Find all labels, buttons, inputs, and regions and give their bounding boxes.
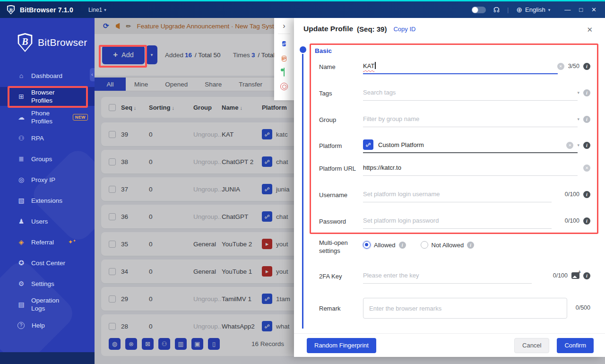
field-row-platform: Platform Custom Platform ✕ ▾ i xyxy=(319,137,590,157)
clear-icon[interactable]: ✕ xyxy=(557,63,564,70)
expand-panel-chevron-icon[interactable]: › xyxy=(283,22,285,30)
app-shell: B BitBrowser ‹ ⌂ Dashboard ⊞ Browser Pro… xyxy=(0,18,605,364)
sidebar-brand: B BitBrowser xyxy=(0,18,95,52)
2fa-input[interactable]: Please enter the key xyxy=(363,268,532,284)
window-controls: — □ ✕ xyxy=(564,6,596,13)
sidebar-item-dashboard[interactable]: ⌂ Dashboard xyxy=(0,66,95,85)
window-sync-icon[interactable]: ⇄ xyxy=(282,39,286,47)
sidebar-item-settings[interactable]: ⚙ Settings xyxy=(0,274,95,293)
clear-icon[interactable]: ✕ xyxy=(583,165,590,172)
sidebar-item-referral[interactable]: ◈ Referral ✦✦ xyxy=(0,233,95,251)
sidebar-item-label: Settings xyxy=(31,280,54,288)
window-accent-line xyxy=(0,0,605,1)
platform-value: Custom Platform xyxy=(378,141,424,148)
2fa-placeholder: Please enter the key xyxy=(363,272,419,279)
titlebar-left: B BitBrowser 7.1.0 Line1 ▾ xyxy=(0,5,106,15)
cancel-button[interactable]: Cancel xyxy=(514,338,549,353)
app-window: B BitBrowser 7.1.0 Line1 ▾ ☊ | ⊕ English… xyxy=(0,0,605,364)
sidebar: B BitBrowser ‹ ⌂ Dashboard ⊞ Browser Pro… xyxy=(0,18,95,364)
minimize-button[interactable]: — xyxy=(564,6,570,13)
sidebar-item-groups[interactable]: ≣ Groups xyxy=(0,149,95,168)
close-button[interactable]: ✕ xyxy=(591,6,596,13)
tags-placeholder: Search tags xyxy=(363,89,396,96)
field-row-platform-url: Platform URL https://katcr.to ✕ xyxy=(319,160,590,180)
new-badge: NEW xyxy=(73,114,88,121)
field-row-name: Name KAT ✕ 3/50 i xyxy=(319,58,590,78)
language-label: English xyxy=(525,6,545,13)
2fa-label: 2FA Key xyxy=(319,272,362,280)
sidebar-item-label: Phone Profiles xyxy=(31,109,67,125)
info-icon: i xyxy=(399,242,406,249)
caret-down-icon[interactable]: ▾ xyxy=(577,143,579,147)
password-label: Password xyxy=(319,217,362,225)
name-input[interactable]: KAT xyxy=(363,58,558,74)
theme-toggle[interactable] xyxy=(472,7,486,13)
remark-placeholder: Enter the browser remarks xyxy=(369,305,441,312)
tags-select[interactable]: Search tags xyxy=(363,85,578,101)
sidebar-item-label: Referral xyxy=(31,238,54,246)
line-label: Line1 xyxy=(88,7,102,13)
random-fingerprint-button[interactable]: Random Fingerprint xyxy=(307,338,376,353)
sidebar-item-proxy-ip[interactable]: ◎ Proxy IP xyxy=(0,170,95,189)
password-counter: 0/100 xyxy=(565,217,579,224)
scan-image-icon[interactable] xyxy=(571,272,579,279)
username-input[interactable]: Set platform login username xyxy=(363,186,552,202)
referral-icon: ◈ xyxy=(17,238,26,246)
sidebar-item-label: RPA xyxy=(31,134,44,142)
fingerprint-icon[interactable] xyxy=(280,83,288,90)
platform-select[interactable]: Custom Platform xyxy=(363,137,578,153)
allowed-label: Allowed xyxy=(374,242,396,249)
2fa-counter: 0/100 xyxy=(553,272,568,279)
info-icon: i xyxy=(467,242,474,249)
drawer-footer: Random Fingerprint Cancel Confirm xyxy=(294,333,605,357)
name-label: Name xyxy=(319,63,362,71)
platform-url-input[interactable]: https://katcr.to xyxy=(363,160,578,176)
language-selector[interactable]: ⊕ English ▾ xyxy=(516,6,550,14)
brand-name: BitBrowser xyxy=(38,37,87,48)
sidebar-item-browser-profiles[interactable]: ⊞ Browser Profiles xyxy=(0,87,95,106)
remark-textarea[interactable]: Enter the browser remarks xyxy=(363,298,567,319)
platform-label: Platform xyxy=(319,142,362,150)
radio-selected-icon xyxy=(363,241,371,249)
platform-url-value: https://katcr.to xyxy=(363,164,401,171)
password-input[interactable]: Set platform login password xyxy=(363,213,552,229)
titlebar-divider: | xyxy=(507,6,509,13)
radio-allowed[interactable]: Allowed i xyxy=(363,241,406,249)
password-placeholder: Set platform login password xyxy=(363,217,439,224)
info-icon: i xyxy=(583,217,590,225)
caret-down-icon[interactable]: ▾ xyxy=(577,90,579,95)
info-icon: i xyxy=(583,63,590,70)
field-row-tags: Tags Search tags ▾ i xyxy=(319,85,590,104)
radio-unselected-icon xyxy=(421,241,428,249)
sidebar-item-phone-profiles[interactable]: ☁ Phone Profiles NEW xyxy=(0,108,95,127)
group-select[interactable]: Filter by group name xyxy=(363,111,578,127)
sidebar-item-cost-center[interactable]: ✪ Cost Center xyxy=(0,253,95,272)
clear-icon[interactable]: ✕ xyxy=(566,142,573,149)
support-headset-icon[interactable]: ☊ xyxy=(493,6,500,14)
maximize-button[interactable]: □ xyxy=(579,6,583,13)
caret-down-icon: ▾ xyxy=(104,8,106,12)
field-row-remark: Remark Enter the browser remarks 0/500 xyxy=(319,298,590,321)
drawer-close-icon[interactable]: ✕ xyxy=(587,26,593,34)
titlebar-right: ☊ | ⊕ English ▾ — □ ✕ xyxy=(472,6,605,14)
box-icon: ▧ xyxy=(17,197,26,204)
confirm-button[interactable]: Confirm xyxy=(557,338,594,353)
copy-id-link[interactable]: Copy ID xyxy=(393,26,415,33)
caret-down-icon[interactable]: ▾ xyxy=(577,117,579,121)
field-row-group: Group Filter by group name ▾ i xyxy=(319,111,590,131)
info-icon: i xyxy=(583,191,590,198)
sidebar-item-rpa[interactable]: ⚇ RPA xyxy=(0,129,95,147)
multi-open-label: Multi-open settings xyxy=(319,239,362,255)
sidebar-item-extensions[interactable]: ▧ Extensions xyxy=(0,191,95,210)
grid-icon: ⊞ xyxy=(17,93,26,100)
ip-monitor-icon[interactable]: IP xyxy=(282,53,286,62)
sidebar-item-label: Help xyxy=(32,321,45,329)
sidebar-item-help[interactable]: ? Help xyxy=(0,316,95,335)
toggle-icon[interactable] xyxy=(284,68,285,77)
line-selector[interactable]: Line1 ▾ xyxy=(88,7,106,13)
sidebar-item-users[interactable]: ♟ Users xyxy=(0,212,95,231)
sidebar-item-label: Groups xyxy=(31,155,52,163)
sidebar-item-operation-logs[interactable]: ▤ Operation Logs xyxy=(0,295,95,314)
help-icon: ? xyxy=(17,322,25,329)
radio-not-allowed[interactable]: Not Allowed i xyxy=(421,241,475,249)
